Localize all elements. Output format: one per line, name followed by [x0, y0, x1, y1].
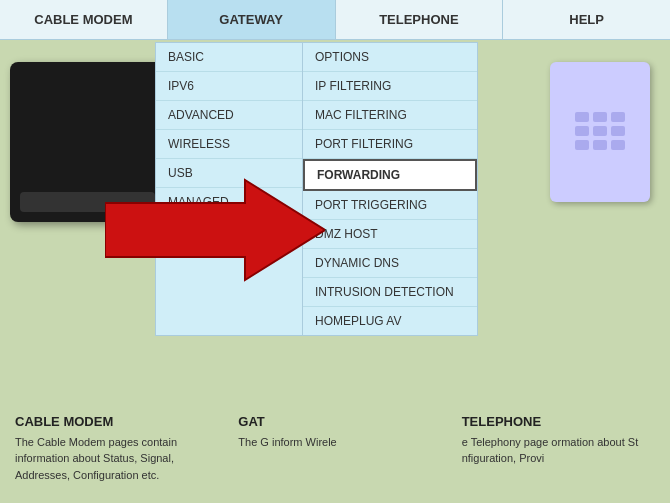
menu-item-dmz-host[interactable]: DMZ HOST [303, 220, 477, 249]
telephone-title: TELEPHONE [462, 414, 655, 429]
navigation-bar: CABLE MODEM GATEWAY TELEPHONE HELP [0, 0, 670, 40]
info-telephone: TELEPHONE e Telephony page ormation abou… [462, 414, 655, 484]
menu-item-ip-filtering[interactable]: IP FILTERING [303, 72, 477, 101]
info-section: CABLE MODEM The Cable Modem pages contai… [0, 414, 670, 484]
telephone-text: e Telephony page ormation about St nfigu… [462, 434, 655, 467]
menu-item-dynamic-dns[interactable]: DYNAMIC DNS [303, 249, 477, 278]
advanced-menu: OPTIONS IP FILTERING MAC FILTERING PORT … [303, 42, 478, 336]
gateway-text: The G inform Wirele [238, 434, 431, 451]
menu-item-usb[interactable]: USB [156, 159, 302, 188]
gateway-menu: BASIC IPV6 ADVANCED WIRELESS USB MANAGED [155, 42, 303, 336]
nav-telephone[interactable]: TELEPHONE [336, 0, 504, 39]
info-cable-modem: CABLE MODEM The Cable Modem pages contai… [15, 414, 208, 484]
cable-modem-text: The Cable Modem pages contain informatio… [15, 434, 208, 484]
menu-item-wireless[interactable]: WIRELESS [156, 130, 302, 159]
menu-item-ipv6[interactable]: IPV6 [156, 72, 302, 101]
dropdown-menus: BASIC IPV6 ADVANCED WIRELESS USB MANAGED… [0, 42, 670, 336]
menu-item-options[interactable]: OPTIONS [303, 43, 477, 72]
menu-item-intrusion-detection[interactable]: INTRUSION DETECTION [303, 278, 477, 307]
menu-item-port-filtering[interactable]: PORT FILTERING [303, 130, 477, 159]
nav-help[interactable]: HELP [503, 0, 670, 39]
menu-item-advanced[interactable]: ADVANCED [156, 101, 302, 130]
menu-item-homeplug-av[interactable]: HOMEPLUG AV [303, 307, 477, 335]
info-gateway: GAT The G inform Wirele [238, 414, 431, 484]
menu-item-basic[interactable]: BASIC [156, 43, 302, 72]
menu-item-managed[interactable]: MANAGED [156, 188, 302, 216]
nav-gateway[interactable]: GATEWAY [168, 0, 336, 39]
gateway-title: GAT [238, 414, 431, 429]
nav-cable-modem[interactable]: CABLE MODEM [0, 0, 168, 39]
cable-modem-title: CABLE MODEM [15, 414, 208, 429]
menu-item-forwarding[interactable]: FORWARDING [303, 159, 477, 191]
menu-item-mac-filtering[interactable]: MAC FILTERING [303, 101, 477, 130]
menu-item-port-triggering[interactable]: PORT TRIGGERING [303, 191, 477, 220]
